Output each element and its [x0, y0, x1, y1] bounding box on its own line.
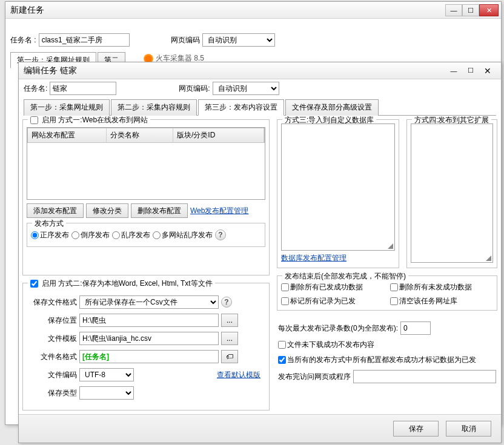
method1-config-table[interactable]: 网站发布配置 分类名称 版块/分类ID: [27, 127, 265, 200]
chk-del-success[interactable]: 删除所有已发成功数据: [281, 282, 384, 292]
tab-step4[interactable]: 文件保存及部分高级设置: [285, 99, 379, 116]
encoding-label: 网页编码:: [179, 84, 210, 94]
method2-group: 启用 方式二:保存为本地Word, Excel, Html, Txt等文件 保存…: [22, 283, 270, 410]
chk-del-fail[interactable]: 删除所有未发成功数据: [390, 282, 493, 292]
tab-step3[interactable]: 第三步：发布内容设置: [198, 99, 284, 116]
bg-taskname-input[interactable]: [39, 33, 130, 47]
taskname-input[interactable]: [50, 82, 116, 95]
max-records-label: 每次最大发布记录条数(0为全部发布):: [278, 323, 398, 334]
file-format-label: 保存文件格式: [31, 297, 77, 308]
dialog-max-button[interactable]: ☐: [462, 65, 479, 77]
method1-enable-checkbox[interactable]: [30, 116, 38, 124]
save-type-label: 保存类型: [31, 388, 77, 398]
dialog-title: 编辑任务 链家: [24, 65, 77, 76]
cancel-button[interactable]: 取消: [446, 421, 491, 437]
after-publish-legend: 发布结束后(全部发布完成，不能智停): [282, 271, 408, 282]
taskname-label: 任务名:: [24, 84, 47, 94]
method2-legend: 启用 方式二:保存为本地Word, Excel, Html, Txt等文件: [28, 279, 215, 289]
template-label: 文件模板: [31, 334, 77, 344]
bg-encoding-label: 网页编码: [171, 35, 200, 45]
method3-listbox[interactable]: [281, 124, 395, 251]
file-format-select[interactable]: 所有记录保存在一个Csv文件: [79, 295, 219, 309]
delete-config-button[interactable]: 删除发布配置: [131, 203, 188, 218]
resize-grip-icon: [486, 255, 491, 261]
encoding-select[interactable]: 自动识别: [213, 82, 279, 95]
tab-step2[interactable]: 第二步：采集内容规则: [111, 99, 197, 116]
dialog-close-button[interactable]: ✕: [479, 65, 496, 77]
after-publish-group: 发布结束后(全部发布完成，不能智停) 删除所有已发成功数据 删除所有未发成功数据…: [277, 275, 497, 311]
name-format-tag-button[interactable]: 🏷: [221, 350, 238, 363]
save-button[interactable]: 保存: [393, 421, 439, 437]
save-type-select[interactable]: [79, 386, 134, 400]
bg-encoding-select[interactable]: 自动识别: [202, 33, 275, 47]
radio-reverse[interactable]: 倒序发布: [71, 230, 110, 240]
chk-not-downloaded[interactable]: 文件未下载成功不发布内容: [278, 340, 374, 350]
publish-mode-help-icon[interactable]: ?: [215, 229, 226, 240]
template-input[interactable]: [79, 332, 219, 345]
method1-group: 启用 方式一:Web在线发布到网站 网站发布配置 分类名称 版块/分类ID 添加…: [22, 119, 270, 275]
modify-category-button[interactable]: 修改分类: [86, 203, 128, 218]
visit-after-label: 发布完访问网页或程序: [278, 372, 351, 382]
dialog-min-button[interactable]: —: [445, 65, 462, 77]
bg-min-button[interactable]: —: [445, 4, 462, 16]
bg-close-button[interactable]: ✕: [479, 4, 499, 16]
default-template-link[interactable]: 查看默认模版: [217, 370, 260, 380]
max-records-input[interactable]: [400, 321, 431, 335]
file-format-help-icon[interactable]: ?: [221, 297, 232, 308]
method4-listbox[interactable]: [411, 124, 493, 263]
publish-mode-legend: 发布方式: [32, 219, 66, 229]
col-category: 分类名称: [107, 128, 173, 142]
method2-enable-checkbox[interactable]: [30, 280, 38, 288]
col-site-config: 网站发布配置: [28, 128, 107, 142]
db-config-manage-link[interactable]: 数据库发布配置管理: [281, 253, 395, 263]
radio-forward[interactable]: 正序发布: [31, 230, 69, 240]
bg-max-button[interactable]: ☐: [462, 4, 479, 16]
visit-after-input[interactable]: [353, 370, 496, 383]
save-path-input[interactable]: [79, 314, 219, 327]
chk-mark-sent[interactable]: 标记所有记录为已发: [281, 296, 384, 306]
col-section-id: 版块/分类ID: [173, 128, 264, 142]
save-path-label: 保存位置: [31, 315, 77, 326]
radio-random[interactable]: 乱序发布: [112, 230, 150, 240]
bg-window-title: 新建任务: [10, 5, 44, 16]
dialog-titlebar: 编辑任务 链家 — ☐ ✕: [19, 62, 501, 79]
chk-all-config-success[interactable]: 当所有的发布方式中所有配置都发布成功才标记数据为已发: [278, 355, 476, 365]
edit-task-dialog: 编辑任务 链家 — ☐ ✕ 任务名: 网页编码: 自动识别 第一步：采集网址规则…: [18, 62, 502, 443]
resize-grip-icon: [388, 243, 393, 249]
method4-group: 方式四:发布到其它扩展: [406, 119, 497, 268]
save-path-browse-button[interactable]: ...: [221, 314, 238, 327]
dialog-footer: 保存 取消: [19, 414, 501, 443]
method1-legend: 启用 方式一:Web在线发布到网站: [28, 116, 150, 125]
bg-taskname-label: 任务名 :: [10, 35, 36, 45]
tab-step1[interactable]: 第一步：采集网址规则: [24, 99, 110, 116]
web-config-manage-link[interactable]: Web发布配置管理: [190, 206, 248, 216]
name-format-label: 文件名格式: [31, 352, 77, 362]
chk-clear-urls[interactable]: 清空该任务网址库: [390, 296, 493, 306]
file-encoding-label: 文件编码: [31, 370, 77, 380]
radio-multi-random[interactable]: 多网站乱序发布: [153, 230, 213, 240]
template-browse-button[interactable]: ...: [221, 332, 238, 345]
file-encoding-select[interactable]: UTF-8: [79, 368, 134, 381]
add-config-button[interactable]: 添加发布配置: [27, 203, 84, 218]
bg-titlebar: 新建任务 — ☐ ✕: [5, 2, 501, 19]
method3-group: 方式三:导入到自定义数据库 数据库发布配置管理: [277, 119, 399, 268]
name-format-input[interactable]: [79, 350, 219, 363]
